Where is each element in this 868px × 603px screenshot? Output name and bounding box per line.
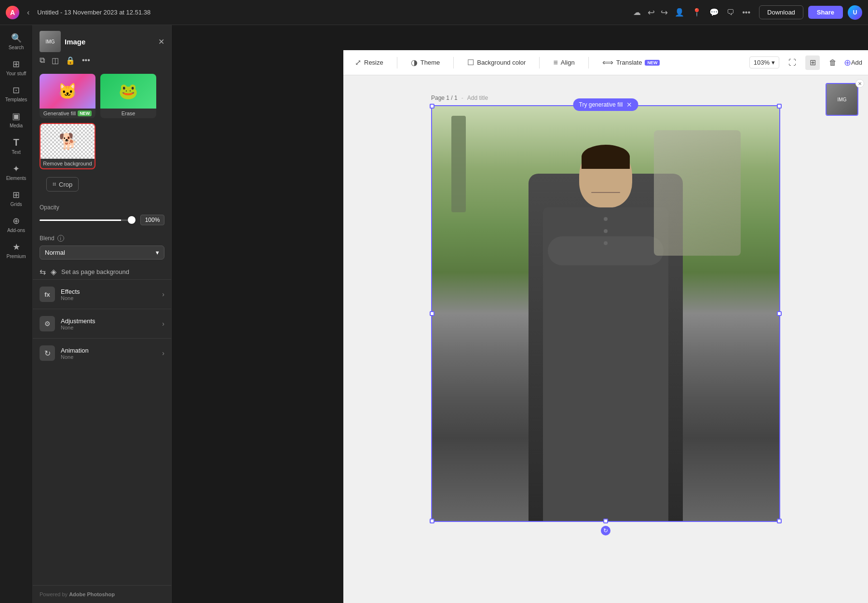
document-title: Untitled - 13 November 2023 at 12.51.38 (37, 9, 628, 16)
effects-left: fx Effects None (40, 287, 80, 302)
bg-color-button[interactable]: ☐ Background color (463, 56, 529, 69)
adjustments-accordion[interactable]: ⚙ Adjustments None › (33, 309, 171, 338)
blend-select[interactable]: Normal ▾ (40, 246, 164, 260)
right-content: ⤢ Resize ◑ Theme ☐ Background color ≡ Al… (172, 25, 868, 603)
add-title-link[interactable]: Add title (467, 95, 488, 101)
grids-icon: ⊞ (13, 190, 20, 200)
adjustments-chevron-icon: › (162, 320, 164, 328)
cloud-save-icon[interactable]: ☁ (633, 8, 641, 17)
sidebar-item-elements[interactable]: ✦ Elements (2, 160, 30, 185)
gen-fill-close-button[interactable]: ✕ (626, 101, 632, 109)
align-icon: ≡ (553, 58, 557, 67)
panel-close-button[interactable]: ✕ (158, 37, 164, 46)
erase-preview: 🐸 (100, 74, 156, 109)
generative-fill-bubble[interactable]: Try generative fill ✕ (573, 98, 638, 111)
handle-bottom-left[interactable] (430, 519, 434, 523)
duplicate-icon[interactable]: ⧉ (40, 56, 45, 65)
pole-bg (451, 116, 466, 212)
zoom-control[interactable]: 103% ▾ (749, 56, 779, 69)
set-as-bg-row[interactable]: ⇆ ◈ Set as page background (33, 264, 171, 279)
image-container[interactable]: ↻ (431, 105, 780, 522)
animation-accordion[interactable]: ↻ Animation None › (33, 338, 171, 368)
opacity-row: 100% (40, 215, 164, 225)
handle-middle-left[interactable] (430, 311, 434, 316)
sidebar-item-text[interactable]: T Text (2, 133, 30, 159)
blend-info-icon[interactable]: i (57, 235, 64, 242)
sidebar-item-premium[interactable]: ★ Premium (2, 238, 30, 263)
right-mini-panel: IMG ✕ (826, 83, 860, 116)
animation-title: Animation (61, 347, 89, 354)
sidebar-item-addons[interactable]: ⊕ Add-ons (2, 212, 30, 237)
align-button[interactable]: ≡ Align (549, 56, 578, 69)
effects-chevron-icon: › (162, 290, 164, 298)
handle-bottom-center[interactable] (603, 519, 608, 523)
erase-card[interactable]: 🐸 Erase (100, 74, 156, 118)
handle-top-left[interactable] (430, 104, 434, 109)
toolbar-sep-1 (397, 57, 397, 69)
panel-action-icons: ⧉ ◫ 🔒 ••• (33, 56, 171, 70)
adjustments-title: Adjustments (61, 317, 95, 325)
left-panel: IMG Image ✕ ⧉ ◫ 🔒 ••• 🐱 Generative fill … (33, 25, 172, 603)
rotate-handle[interactable]: ↻ (601, 526, 610, 535)
mini-thumbnail[interactable]: IMG (826, 83, 858, 116)
remove-bg-preview: 🐕 (41, 124, 95, 159)
layer-icon[interactable]: ◫ (52, 56, 59, 65)
undo-button[interactable]: ↩ (646, 6, 657, 19)
panel-thumbnail: IMG (40, 31, 61, 52)
handle-middle-right[interactable] (777, 311, 782, 316)
animation-left: ↻ Animation None (40, 345, 89, 361)
effects-accordion[interactable]: fx Effects None › (33, 279, 171, 309)
comment-icon[interactable]: 🗨 (727, 8, 734, 17)
torso (543, 207, 668, 521)
effects-header: fx Effects None › (40, 287, 164, 302)
more-options-icon[interactable]: ••• (82, 56, 90, 65)
animation-chevron-icon: › (162, 349, 164, 357)
animation-header: ↻ Animation None › (40, 345, 164, 361)
remove-bg-card[interactable]: 🐕 Remove background (40, 123, 95, 169)
grid-view-button[interactable]: ⊞ (805, 55, 820, 70)
location-icon[interactable]: 📍 (692, 8, 702, 17)
translate-button[interactable]: ⟺ Translate NEW (598, 56, 664, 69)
sidebar-item-search[interactable]: 🔍 Search (2, 29, 30, 54)
pattern-icon: ◈ (51, 267, 56, 276)
add-button[interactable]: ⊕ Add (846, 55, 860, 70)
generative-fill-card[interactable]: 🐱 Generative fill NEW (40, 74, 95, 118)
opacity-slider[interactable] (40, 219, 136, 221)
effects-text: Effects None (61, 288, 80, 301)
canvas-area: Page 1 / 1 - Add title Try generative fi… (343, 75, 868, 603)
resize-button[interactable]: ⤢ Resize (351, 56, 387, 69)
sidebar-item-your-stuff[interactable]: ⊞ Your stuff (2, 55, 30, 80)
handle-top-right[interactable] (777, 104, 782, 109)
sidebar-item-templates[interactable]: ⊡ Templates (2, 81, 30, 106)
share-button[interactable]: Share (808, 6, 843, 19)
sidebar-item-media[interactable]: ▣ Media (2, 107, 30, 132)
more-icon[interactable]: ••• (742, 8, 750, 17)
topbar: A ‹ Untitled - 13 November 2023 at 12.51… (0, 0, 868, 25)
crop-button[interactable]: ⌗ Crop (46, 177, 79, 192)
redo-button[interactable]: ↪ (659, 6, 670, 19)
opacity-value[interactable]: 100% (140, 215, 164, 225)
blend-label: Blend (40, 235, 54, 242)
sidebar-item-grids[interactable]: ⊞ Grids (2, 186, 30, 211)
your-stuff-icon: ⊞ (13, 59, 20, 69)
download-button[interactable]: Download (759, 5, 803, 19)
edit-options-grid: 🐱 Generative fill NEW 🐸 Erase 🐕 (33, 70, 171, 173)
effects-icon: fx (40, 287, 55, 302)
blend-section: Blend i Normal ▾ (33, 230, 171, 264)
profile-icon[interactable]: 👤 (675, 8, 684, 17)
lock-icon[interactable]: 🔒 (66, 56, 75, 65)
handle-bottom-right[interactable] (777, 519, 782, 523)
animation-icon: ↻ (40, 345, 55, 361)
back-button[interactable]: ‹ (24, 6, 32, 19)
resize-icon: ⤢ (355, 58, 361, 67)
adjustments-header: ⚙ Adjustments None › (40, 316, 164, 331)
user-avatar[interactable]: U (848, 5, 862, 20)
theme-button[interactable]: ◑ Theme (407, 56, 444, 69)
generative-fill-label: Generative fill (43, 110, 76, 116)
app-logo[interactable]: A (6, 6, 19, 19)
chat-icon[interactable]: 💬 (709, 8, 719, 17)
trash-button[interactable]: 🗑 (826, 55, 840, 70)
mini-close-button[interactable]: ✕ (855, 79, 864, 88)
fullscreen-button[interactable]: ⛶ (785, 55, 800, 70)
effects-title: Effects (61, 288, 80, 295)
